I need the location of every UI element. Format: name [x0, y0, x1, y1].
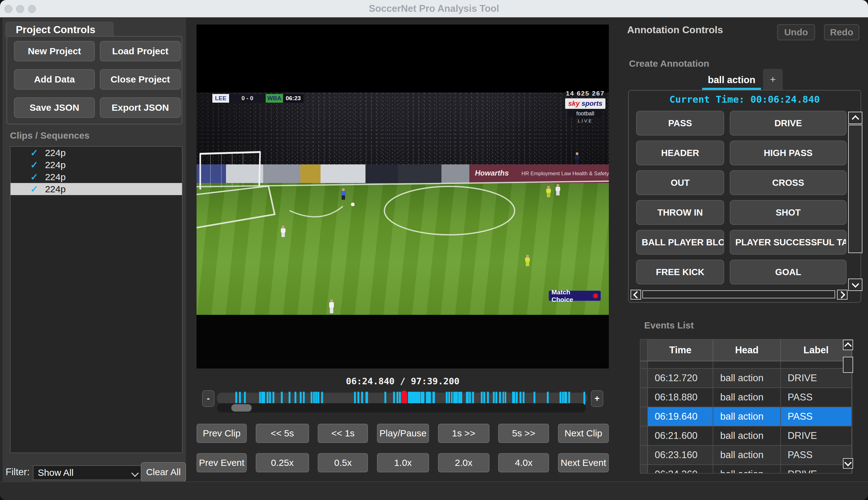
events-cell-label: DRIVE [781, 427, 852, 445]
event-marker [456, 392, 458, 405]
grid-scroll-right-button[interactable] [837, 290, 847, 300]
event-marker [502, 392, 504, 405]
annotation-button-high-pass[interactable]: HIGH PASS [730, 140, 847, 165]
annotation-button-drive[interactable]: DRIVE [730, 111, 847, 136]
event-marker [235, 392, 237, 405]
events-table[interactable]: TimeHeadLabel06:12.720ball actionDRIVE06… [640, 339, 853, 474]
transport-row-speed: Prev Event0.25x0.5x1.0x2.0x4.0xNext Even… [197, 453, 609, 473]
event-marker [466, 392, 469, 405]
chevron-down-icon [844, 459, 852, 466]
grid-scroll-down-button[interactable] [848, 279, 863, 291]
redo-button[interactable]: Redo [824, 24, 859, 40]
annotation-button-pass[interactable]: PASS [636, 111, 724, 136]
event-marker [460, 392, 462, 405]
transport-button-play-pause[interactable]: Play/Pause [377, 424, 429, 443]
events-cell-time: 06:12.720 [648, 369, 713, 387]
transport-button-1s[interactable]: << 1s [318, 424, 368, 443]
table-row-selected[interactable]: 06:19.640ball actionPASS [640, 407, 852, 427]
clips-list[interactable]: ✓224p✓224p✓224p✓224p [10, 146, 183, 453]
check-icon: ✓ [31, 159, 38, 170]
transport-button-5s[interactable]: 5s >> [498, 424, 549, 443]
timeline-scrollbar-thumb[interactable] [231, 404, 252, 412]
project-button-save-json[interactable]: Save JSON [14, 98, 95, 118]
filter-dropdown-value: Show All [38, 467, 73, 478]
transport-button-2-0x[interactable]: 2.0x [438, 453, 489, 473]
filter-label: Filter: [5, 466, 30, 478]
events-column-header-head[interactable]: Head [713, 340, 780, 361]
transport-row-clip: Prev Clip<< 5s<< 1sPlay/Pause1s >>5s >>N… [197, 424, 609, 443]
events-cell-head: ball action [713, 388, 780, 407]
transport-button-prev-event[interactable]: Prev Event [197, 453, 247, 473]
transport-button-5s[interactable]: << 5s [256, 424, 309, 443]
events-cell-label: DRIVE [781, 369, 852, 387]
table-row[interactable]: 06:18.880ball actionPASS [640, 388, 852, 407]
add-tab-button[interactable]: + [763, 69, 783, 90]
event-marker [559, 392, 562, 405]
event-marker [300, 392, 302, 405]
transport-button-next-clip[interactable]: Next Clip [558, 424, 609, 443]
events-scroll-down-button[interactable] [843, 458, 853, 469]
events-column-header-label[interactable]: Label [781, 340, 852, 361]
grid-scroll-up-button[interactable] [848, 112, 863, 124]
table-row[interactable]: 06:24.360ball actionDRIVE [640, 465, 852, 474]
annotation-button-throw-in[interactable]: THROW IN [636, 200, 724, 225]
annotation-button-player-successful-tackle[interactable]: PLAYER SUCCESSFUL TACKLE [730, 230, 847, 255]
undo-button[interactable]: Undo [777, 24, 815, 40]
event-marker [533, 392, 535, 405]
annotation-button-goal[interactable]: GOAL [730, 260, 847, 284]
transport-button-4-0x[interactable]: 4.0x [498, 453, 549, 473]
annotation-button-out[interactable]: OUT [636, 170, 724, 195]
annotation-button-free-kick[interactable]: FREE KICK [636, 260, 724, 284]
video-player[interactable]: Howarths HR Employment Law Health & Safe… [197, 24, 609, 368]
timeline-zoom-out-button[interactable]: - [202, 390, 215, 407]
filter-dropdown[interactable]: Show All [33, 465, 143, 480]
project-button-export-json[interactable]: Export JSON [100, 98, 181, 118]
timeline-scrollbar[interactable] [217, 403, 586, 412]
events-scroll-up-button[interactable] [843, 340, 853, 350]
project-button-load-project[interactable]: Load Project [100, 41, 181, 61]
clip-item[interactable]: ✓224p [11, 159, 182, 171]
timeline-zoom-in-button[interactable]: + [591, 390, 603, 407]
events-scrollbar-thumb[interactable] [843, 357, 853, 373]
events-column-header-time[interactable]: Time [648, 340, 713, 361]
create-annotation-label: Create Annotation [629, 58, 709, 69]
table-row[interactable]: 06:12.720ball actionDRIVE [640, 369, 852, 388]
annotation-button-ball-player-block[interactable]: BALL PLAYER BLOCK [636, 230, 724, 255]
sky-football-banner: football [568, 110, 602, 117]
project-button-add-data[interactable]: Add Data [14, 69, 95, 90]
transport-button-1-0x[interactable]: 1.0x [377, 453, 429, 473]
transport-button-0-25x[interactable]: 0.25x [256, 453, 309, 473]
project-controls-button-grid: New ProjectLoad ProjectAdd DataClose Pro… [14, 41, 181, 118]
grid-scroll-left-button[interactable] [630, 290, 641, 300]
clip-item[interactable]: ✓224p [11, 147, 182, 159]
annotation-button-header[interactable]: HEADER [636, 140, 724, 165]
event-timeline[interactable] [217, 393, 588, 404]
event-marker [512, 392, 515, 405]
project-button-close-project[interactable]: Close Project [100, 69, 181, 90]
clip-item-selected[interactable]: ✓224p [11, 183, 182, 195]
tab-ball-action[interactable]: ball action [702, 72, 761, 88]
annotation-button-cross[interactable]: CROSS [730, 170, 847, 195]
project-button-new-project[interactable]: New Project [14, 41, 95, 61]
clip-item[interactable]: ✓224p [11, 171, 182, 183]
transport-button-1s[interactable]: 1s >> [438, 424, 489, 443]
clip-item-label: 224p [45, 148, 66, 158]
annotation-button-grid: PASSDRIVEHEADERHIGH PASSOUTCROSSTHROW IN… [636, 111, 847, 284]
annotation-button-shot[interactable]: SHOT [730, 200, 847, 225]
transport-button-prev-clip[interactable]: Prev Clip [197, 424, 247, 443]
title-bar: SoccerNet Pro Analysis Tool [0, 0, 868, 18]
table-row[interactable]: 06:23.160ball actionPASS [640, 446, 852, 465]
events-gap-row [640, 361, 852, 369]
event-marker [564, 392, 567, 405]
transport-button-0-5x[interactable]: 0.5x [318, 453, 368, 473]
transport-button-next-event[interactable]: Next Event [558, 453, 609, 473]
event-marker [357, 392, 359, 405]
grid-scrollbar-thumb[interactable] [848, 125, 863, 253]
scoreboard-home-team: LEE [212, 94, 229, 103]
grid-horizontal-scrollbar[interactable] [642, 290, 835, 298]
app-window: SoccerNet Pro Analysis Tool Project Cont… [0, 0, 868, 500]
table-row[interactable]: 06:21.600ball actionDRIVE [640, 427, 852, 446]
clear-all-button[interactable]: Clear All [141, 462, 186, 482]
current-time-label: Current Time: 00:06:24.840 [628, 94, 861, 105]
chevron-up-icon [852, 115, 859, 123]
